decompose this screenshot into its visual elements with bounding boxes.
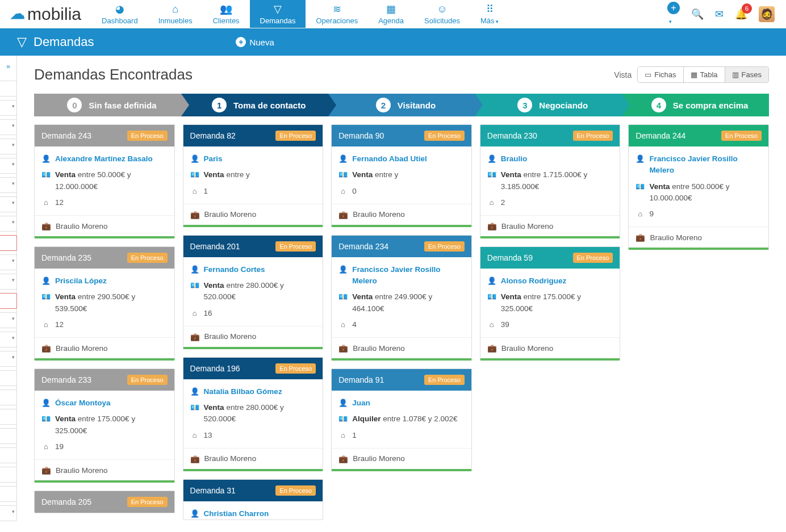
gauge-icon: ◕ [115, 3, 124, 15]
phase-4[interactable]: 4Se compra encima [622, 94, 769, 116]
filter-stub[interactable] [0, 428, 17, 444]
client-link[interactable]: Natalia Bilbao Gómez [204, 386, 282, 397]
view-fichas-button[interactable]: ▭Fichas [638, 67, 683, 82]
nav-dashboard[interactable]: ◕Dashboard [91, 0, 148, 28]
client-link[interactable]: Óscar Montoya [55, 397, 111, 409]
money-icon: 💶 [338, 169, 348, 181]
demand-card[interactable]: Demanda 235En Proceso 👤Priscila López 💶V… [34, 246, 175, 361]
filter-stub[interactable] [0, 139, 17, 154]
add-button[interactable]: +▾ [667, 2, 680, 26]
phase-headers: 0Sin fase definida 1Toma de contacto 2Vi… [34, 94, 769, 116]
filter-stub[interactable] [0, 81, 17, 97]
filter-stub[interactable] [0, 389, 17, 405]
agent-name: Braulio Moreno [501, 344, 554, 353]
new-demand-button[interactable]: + Nueva [236, 37, 274, 47]
nav-agenda[interactable]: ▦Agenda [368, 0, 414, 28]
client-link[interactable]: Paris [204, 153, 223, 165]
demand-card[interactable]: Demanda 230En Proceso 👤Braulio 💶Venta en… [480, 124, 621, 238]
status-badge: En Proceso [127, 253, 168, 263]
demand-card[interactable]: Demanda 82En Proceso 👤Paris 💶Venta entre… [183, 124, 324, 227]
stack-icon: ≋ [333, 3, 341, 15]
demand-card[interactable]: Demanda 196En Proceso 👤Natalia Bilbao Gó… [183, 357, 324, 471]
filter-stub[interactable] [0, 216, 17, 232]
client-link[interactable]: Francisco Javier Rosillo Melero [352, 264, 465, 287]
nav-mas[interactable]: ⠿Más▾ [470, 0, 509, 28]
filter-stub[interactable] [0, 196, 17, 212]
grid-icon: ⠿ [486, 3, 494, 15]
view-fases-button[interactable]: ▥Fases [725, 67, 768, 82]
money-icon: 💶 [338, 291, 348, 303]
client-link[interactable]: Juan [352, 397, 370, 409]
client-link[interactable]: Christian Charron [204, 508, 269, 520]
filter-stub[interactable] [0, 158, 17, 174]
phase-3[interactable]: 3Negociando [475, 94, 622, 116]
client-link[interactable]: Fernando Cortes [204, 264, 265, 275]
client-link[interactable]: Francisco Javier Rosillo Melero [649, 153, 762, 177]
filter-stub[interactable] [0, 505, 17, 520]
filter-stub[interactable] [0, 332, 17, 347]
status-badge: En Proceso [573, 253, 613, 263]
demand-card[interactable]: Demanda 90En Proceso 👤Fernando Abad Utie… [331, 124, 472, 227]
nav-solicitudes[interactable]: ☺Solicitudes [414, 0, 470, 28]
user-avatar[interactable]: 🧔 [759, 6, 775, 22]
filter-stub[interactable] [0, 293, 17, 309]
filter-stub[interactable] [0, 409, 17, 425]
demand-card[interactable]: Demanda 243En Proceso 👤Alexandre Martíne… [34, 124, 175, 238]
demand-card[interactable]: Demanda 59En Proceso 👤Alonso Rodriguez 💶… [480, 246, 621, 361]
money-icon: 💶 [487, 169, 496, 181]
view-controls: Vista ▭Fichas ▦Tabla ▥Fases [614, 66, 769, 83]
search-button[interactable]: 🔍 [691, 8, 704, 20]
nav-demandas[interactable]: ▽Demandas [250, 0, 306, 28]
plus-circle-icon: + [236, 37, 246, 47]
mail-button[interactable]: ✉ [715, 8, 724, 20]
filter-stub[interactable] [0, 447, 17, 463]
demand-card[interactable]: Demanda 31En Proceso 👤Christian Charron [183, 479, 324, 520]
home-icon: ⌂ [338, 186, 348, 197]
filter-stub[interactable] [0, 274, 17, 290]
logo[interactable]: ☁ mobilia [0, 5, 91, 24]
nav-clientes[interactable]: 👥Clientes [203, 0, 250, 28]
filter-stub[interactable] [0, 100, 17, 116]
status-badge: En Proceso [127, 375, 168, 385]
filter-stub[interactable] [0, 254, 17, 270]
filter-stub[interactable] [0, 370, 17, 386]
briefcase-icon: 💼 [190, 210, 200, 219]
filter-stub[interactable] [0, 235, 17, 251]
client-link[interactable]: Alonso Rodriguez [501, 275, 567, 287]
phase-2[interactable]: 2Visitando [328, 94, 475, 116]
filter-stub[interactable] [0, 312, 17, 328]
home-icon: ⌂ [41, 197, 51, 208]
money-icon: 💶 [41, 413, 51, 425]
nav-operaciones[interactable]: ≋Operaciones [306, 0, 368, 28]
card-header: Demanda 201En Proceso [183, 236, 323, 257]
phase-0[interactable]: 0Sin fase definida [34, 94, 181, 116]
client-link[interactable]: Priscila López [55, 275, 107, 287]
filter-stub[interactable] [0, 486, 17, 502]
view-tabla-button[interactable]: ▦Tabla [684, 67, 725, 82]
page-header: Demandas Encontradas Vista ▭Fichas ▦Tabl… [34, 66, 769, 83]
phase-1[interactable]: 1Toma de contacto [181, 94, 328, 116]
client-link[interactable]: Braulio [501, 153, 528, 165]
demand-card[interactable]: Demanda 234En Proceso 👤Francisco Javier … [331, 235, 472, 361]
subheader: ▽ Demandas + Nueva [0, 28, 786, 56]
nav-inmuebles[interactable]: ⌂Inmuebles [148, 0, 203, 28]
demand-card[interactable]: Demanda 205En Proceso [34, 491, 175, 513]
demand-card[interactable]: Demanda 244En Proceso 👤Francisco Javier … [628, 124, 769, 250]
home-icon: ⌂ [41, 441, 51, 453]
demand-card[interactable]: Demanda 201En Proceso 👤Fernando Cortes 💶… [183, 235, 324, 349]
agent-name: Braulio Moreno [56, 344, 108, 353]
card-header: Demanda 91En Proceso [332, 369, 471, 391]
home-icon: ⌂ [338, 319, 348, 330]
briefcase-icon: 💼 [41, 466, 51, 475]
status-badge: En Proceso [573, 131, 613, 141]
filter-stub[interactable] [0, 351, 17, 367]
demand-card[interactable]: Demanda 91En Proceso 👤Juan 💶Alquiler ent… [331, 368, 472, 471]
filter-stub[interactable] [0, 467, 17, 483]
notifications-button[interactable]: 🔔6 [735, 8, 747, 20]
filter-stub[interactable] [0, 119, 17, 135]
filter-stub[interactable] [0, 177, 17, 193]
demand-card[interactable]: Demanda 233En Proceso 👤Óscar Montoya 💶Ve… [34, 368, 175, 483]
plus-icon: + [667, 2, 680, 14]
client-link[interactable]: Fernando Abad Utiel [352, 153, 427, 165]
client-link[interactable]: Alexandre Martínez Basalo [55, 153, 153, 165]
